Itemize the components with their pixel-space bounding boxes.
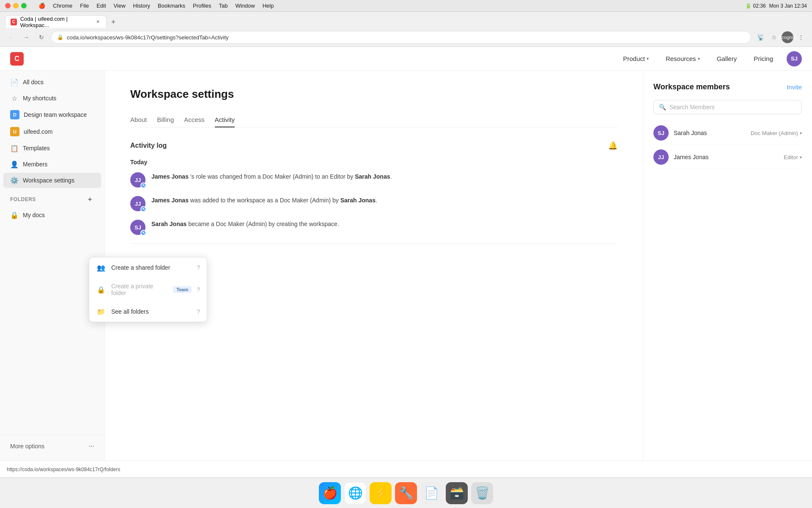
sidebar-item-members[interactable]: 👤 Members [3, 157, 101, 172]
create-private-folder-item[interactable]: 🔒 Create a private folder Team ? [89, 278, 207, 301]
member-item: SJ Sarah Jonas Doc Maker (Admin) ▾ [653, 121, 802, 145]
cast-button[interactable]: 📡 [754, 31, 766, 43]
browser-chrome: C Coda | uifeed.com | Workspac... ✕ + ← … [0, 12, 812, 47]
more-button[interactable]: ⋮ [795, 31, 807, 43]
dock-finder[interactable]: 🍎 [319, 482, 341, 504]
shared-folder-icon: 👥 [96, 262, 106, 273]
bell-icon[interactable]: 🔔 [608, 141, 617, 150]
member-avatar: JJ [653, 149, 669, 165]
tab-access[interactable]: Access [184, 113, 204, 127]
nav-pricing[interactable]: Pricing [750, 52, 776, 65]
settings-icon: ⚙️ [10, 176, 19, 185]
help-icon[interactable]: ? [197, 264, 200, 271]
fullscreen-button[interactable] [21, 3, 27, 8]
coda-logo[interactable]: C [10, 52, 24, 66]
status-bar: https://coda.io/workspaces/ws-9k084c17rQ… [0, 461, 812, 478]
tab-menu[interactable]: Tab [219, 3, 228, 9]
activity-actor-name: James Jonas [151, 173, 189, 180]
uifeed-avatar: U [10, 127, 19, 136]
sidebar-workspace-settings-label: Workspace settings [23, 177, 74, 184]
help-icon[interactable]: ? [197, 286, 200, 293]
template-icon: 📋 [10, 144, 19, 152]
sidebar-item-shortcuts[interactable]: ☆ My shortcuts [3, 91, 101, 106]
more-options-button[interactable]: More options ··· [3, 439, 101, 453]
profiles-menu[interactable]: Profiles [193, 3, 211, 9]
invite-button[interactable]: Invite [787, 83, 802, 91]
add-folder-button[interactable]: + [86, 195, 94, 204]
panel-title: Workspace members [653, 83, 730, 91]
folders-section-header: FOLDERS + [3, 192, 101, 207]
activity-description: became a Doc Maker (Admin) by creating t… [188, 221, 339, 227]
dock-app4[interactable]: 🗃️ [446, 482, 468, 504]
nav-product[interactable]: Product ▾ [620, 52, 652, 65]
close-button[interactable] [5, 3, 11, 8]
forward-button[interactable]: → [20, 31, 32, 43]
bookmarks-menu[interactable]: Bookmarks [158, 3, 185, 9]
chevron-down-icon: ▾ [800, 131, 802, 135]
help-icon[interactable]: ? [197, 308, 200, 315]
url-bar[interactable]: 🔒 coda.io/workspaces/ws-9k084c17rQ/setti… [51, 31, 751, 44]
tabs: About Billing Access Activity [130, 113, 617, 127]
sidebar-my-docs-label: My docs [23, 212, 45, 218]
nav-resources-label: Resources [666, 55, 696, 62]
battery-indicator: 🔋 02:36 [745, 3, 765, 9]
member-avatar: SJ [653, 125, 669, 141]
search-bar[interactable]: 🔍 [653, 100, 802, 114]
profile-label: Incognito [778, 35, 797, 40]
profile-button[interactable]: Incognito [782, 31, 793, 43]
tab-close-button[interactable]: ✕ [95, 19, 101, 25]
dots-icon: ··· [89, 442, 94, 450]
user-avatar[interactable]: SJ [787, 51, 802, 66]
tab-favicon: C [11, 19, 17, 25]
nav-pricing-label: Pricing [754, 55, 773, 62]
my-docs-icon: 🔒 [10, 211, 19, 219]
member-role-dropdown[interactable]: Doc Maker (Admin) ▾ [751, 130, 802, 136]
sidebar-item-templates[interactable]: 📋 Templates [3, 141, 101, 156]
browser-tab[interactable]: C Coda | uifeed.com | Workspac... ✕ [5, 15, 107, 28]
chevron-down-icon: ▾ [698, 56, 700, 61]
sidebar-item-my-docs[interactable]: 🔒 My docs [3, 207, 101, 223]
tab-activity[interactable]: Activity [215, 113, 235, 127]
history-menu[interactable]: History [133, 3, 150, 9]
nav-resources[interactable]: Resources ▾ [662, 52, 703, 65]
dock-app2[interactable]: 🔧 [395, 482, 417, 504]
activity-text: James Jonas 's role was changed from a D… [151, 172, 392, 181]
create-shared-folder-item[interactable]: 👥 Create a shared folder ? [89, 257, 207, 278]
dock-chrome[interactable]: 🌐 [344, 482, 366, 504]
help-menu[interactable]: Help [263, 3, 274, 9]
traffic-lights [5, 3, 27, 8]
sidebar-item-workspace-settings[interactable]: ⚙️ Workspace settings [3, 173, 101, 188]
new-tab-button[interactable]: + [107, 16, 119, 28]
tab-bar: C Coda | uifeed.com | Workspac... ✕ + [0, 12, 812, 28]
member-name: James Jonas [674, 154, 708, 160]
see-all-folders-item[interactable]: 📁 See all folders ? [89, 301, 207, 322]
reload-button[interactable]: ↻ [36, 31, 47, 43]
tab-billing[interactable]: Billing [157, 113, 174, 127]
page-title: Workspace settings [130, 88, 617, 101]
back-button[interactable]: ← [5, 31, 17, 43]
browser-actions: 📡 ☆ Incognito ⋮ [754, 31, 807, 43]
minimize-button[interactable] [13, 3, 19, 8]
dock-app1[interactable]: ⚡ [370, 482, 392, 504]
edit-menu[interactable]: Edit [96, 3, 106, 9]
sidebar-item-uifeed[interactable]: U uifeed.com [3, 124, 101, 140]
tab-about[interactable]: About [130, 113, 147, 127]
file-menu[interactable]: File [80, 3, 89, 9]
address-bar: ← → ↻ 🔒 coda.io/workspaces/ws-9k084c17rQ… [0, 28, 812, 47]
view-menu[interactable]: View [114, 3, 126, 9]
chrome-menu[interactable]: Chrome [53, 3, 72, 9]
top-nav: C Product ▾ Resources ▾ Gallery Pricing … [0, 47, 812, 71]
nav-gallery[interactable]: Gallery [713, 52, 741, 65]
sidebar-item-all-docs[interactable]: 📄 All docs [3, 75, 101, 90]
sidebar-item-design-team[interactable]: D Design team workspace [3, 107, 101, 123]
activity-description: 's role was changed from a Doc Maker (Ad… [190, 173, 355, 180]
activity-avatar: SJ ✎ [130, 220, 145, 235]
search-members-input[interactable] [669, 104, 796, 110]
window-menu[interactable]: Window [235, 3, 255, 9]
apple-menu[interactable]: 🍎 [38, 3, 45, 9]
sidebar-all-docs-label: All docs [23, 79, 44, 86]
mac-menubar: 🍎 Chrome File Edit View History Bookmark… [0, 0, 812, 12]
member-role-dropdown[interactable]: Editor ▾ [784, 154, 802, 160]
dock-trash[interactable]: 🗑️ [471, 482, 493, 504]
dock-app3[interactable]: 📄 [420, 482, 442, 504]
